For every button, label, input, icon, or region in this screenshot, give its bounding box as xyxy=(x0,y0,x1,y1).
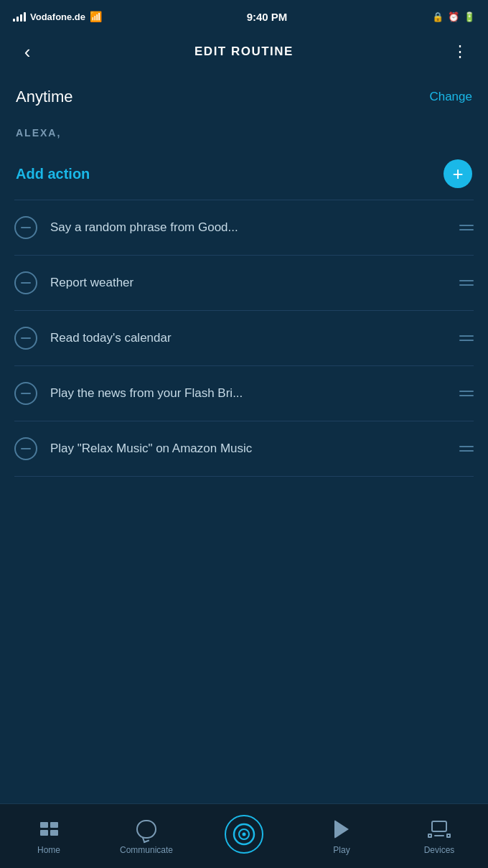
alexa-section: ALEXA, xyxy=(0,121,488,152)
drag-handle-icon[interactable] xyxy=(459,335,474,341)
play-icon xyxy=(330,818,353,841)
divider-5 xyxy=(14,476,474,477)
status-bar: Vodafone.de 📶 9:40 PM 🔒 ⏰ 🔋 xyxy=(0,0,488,32)
action-text: Say a random phrase from Good... xyxy=(50,220,449,235)
status-left: Vodafone.de 📶 xyxy=(13,11,102,22)
bottom-nav: Home Communicate Play xyxy=(0,803,488,868)
minus-line xyxy=(21,337,31,339)
action-text: Play the news from your Flash Bri... xyxy=(50,386,449,401)
status-time: 9:40 PM xyxy=(247,11,288,23)
more-options-button[interactable]: ⋮ xyxy=(448,39,474,65)
more-dots-icon: ⋮ xyxy=(452,42,469,61)
drag-handle-icon[interactable] xyxy=(459,280,474,286)
action-row[interactable]: Report weather xyxy=(0,256,488,310)
remove-icon[interactable] xyxy=(14,327,37,350)
plus-icon: + xyxy=(452,164,463,183)
minus-line xyxy=(21,448,31,449)
nav-label-play: Play xyxy=(333,845,349,855)
change-button[interactable]: Change xyxy=(429,90,472,104)
alexa-label: ALEXA, xyxy=(16,127,61,139)
back-button[interactable]: ‹ xyxy=(14,39,40,65)
nav-item-home[interactable]: Home xyxy=(0,818,98,855)
minus-line xyxy=(21,282,31,284)
header-title: EDIT ROUTINE xyxy=(194,45,294,59)
back-chevron-icon: ‹ xyxy=(24,41,31,63)
devices-icon xyxy=(428,818,451,841)
alexa-button[interactable] xyxy=(225,815,263,854)
lock-icon: 🔒 xyxy=(432,11,444,22)
action-text: Report weather xyxy=(50,276,449,290)
alexa-ring-icon xyxy=(233,823,255,846)
drag-handle-icon[interactable] xyxy=(459,225,474,230)
nav-label-home: Home xyxy=(37,845,60,855)
minus-line xyxy=(21,393,31,394)
remove-icon[interactable] xyxy=(14,437,37,460)
header: ‹ EDIT ROUTINE ⋮ xyxy=(0,32,488,76)
add-action-button[interactable]: + xyxy=(444,159,472,188)
svg-point-2 xyxy=(243,832,246,836)
status-right: 🔒 ⏰ 🔋 xyxy=(432,11,475,22)
action-text: Play "Relax Music" on Amazon Music xyxy=(50,442,449,456)
action-row[interactable]: Say a random phrase from Good... xyxy=(0,200,488,255)
drag-handle-icon[interactable] xyxy=(459,391,474,396)
action-row[interactable]: Play the news from your Flash Bri... xyxy=(0,366,488,421)
drag-handle-icon[interactable] xyxy=(459,446,474,452)
communicate-icon xyxy=(135,818,158,841)
carrier-label: Vodafone.de xyxy=(30,11,85,22)
action-text: Read today's calendar xyxy=(50,331,449,345)
nav-item-devices[interactable]: Devices xyxy=(390,818,488,855)
home-icon xyxy=(37,818,60,841)
nav-label-communicate: Communicate xyxy=(120,845,173,855)
battery-icon: 🔋 xyxy=(464,11,475,22)
remove-icon[interactable] xyxy=(14,271,37,294)
nav-item-play[interactable]: Play xyxy=(293,818,390,855)
action-row[interactable]: Play "Relax Music" on Amazon Music xyxy=(0,421,488,476)
nav-label-devices: Devices xyxy=(424,845,455,855)
nav-item-alexa[interactable] xyxy=(195,815,293,858)
action-row[interactable]: Read today's calendar xyxy=(0,311,488,365)
remove-icon[interactable] xyxy=(14,382,37,405)
signal-bars-icon xyxy=(13,11,26,22)
wifi-icon: 📶 xyxy=(90,11,102,22)
minus-line xyxy=(21,227,31,228)
anytime-row: Anytime Change xyxy=(0,76,488,121)
remove-icon[interactable] xyxy=(14,216,37,239)
add-action-label[interactable]: Add action xyxy=(16,166,90,182)
anytime-label: Anytime xyxy=(16,88,72,106)
nav-item-communicate[interactable]: Communicate xyxy=(98,818,195,855)
alarm-icon: ⏰ xyxy=(448,11,459,22)
add-action-row: Add action + xyxy=(0,152,488,200)
